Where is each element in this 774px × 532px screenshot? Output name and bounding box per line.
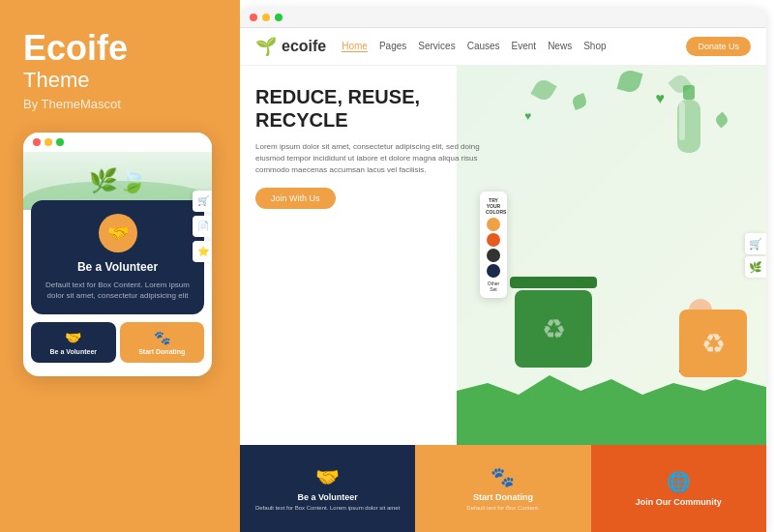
color-picker-title: TRY YOUR COLORS xyxy=(486,197,501,215)
svg-rect-2 xyxy=(679,102,685,140)
edge-leaf-icon[interactable]: 🌿 xyxy=(745,256,766,278)
browser-dot-green xyxy=(275,14,283,21)
nav-link-home[interactable]: Home xyxy=(342,41,368,52)
trash-bin: ♻ xyxy=(515,281,592,368)
dot-red xyxy=(33,138,41,146)
mobile-doc-icon: 📄 xyxy=(193,216,212,237)
dot-green xyxy=(56,138,64,146)
nav-link-event[interactable]: Event xyxy=(512,41,537,52)
bottom-donate-icon: 🐾 xyxy=(491,465,515,488)
hero-section: REDUCE, REUSE, RECYCLE Lorem ipsum dolor… xyxy=(240,66,766,445)
hero-title: REDUCE, REUSE, RECYCLE xyxy=(255,85,495,132)
browser-bar xyxy=(240,8,766,28)
mobile-sidebar-icons: 🛒 📄 ⭐ xyxy=(193,191,212,262)
color-option-red[interactable] xyxy=(487,233,500,247)
mobile-bottom-icon-2: 🐾 xyxy=(154,330,170,345)
nav-logo-icon: 🌱 xyxy=(255,36,277,57)
mobile-star-icon: ⭐ xyxy=(193,241,212,262)
dot-yellow xyxy=(45,138,52,146)
mobile-mockup: 🌿🍃 🤝 Be a Volunteer Default text for Box… xyxy=(23,133,212,376)
color-other-label: Other Set xyxy=(486,281,501,292)
bottom-volunteer-title: Be a Volunteer xyxy=(297,492,357,503)
recycle-symbol: ♻ xyxy=(542,313,566,345)
website-nav: 🌱 ecoife Home Pages Services Causes Even… xyxy=(240,28,766,66)
color-picker-widget: TRY YOUR COLORS Other Set xyxy=(480,192,507,298)
trash-lid xyxy=(510,277,597,288)
browser-dot-yellow xyxy=(262,14,270,21)
tote-recycle-icon: ♻ xyxy=(701,328,726,360)
bottom-volunteer-text: Default text for Box Content. Lorem ipsu… xyxy=(255,505,400,513)
right-edge-icons: 🛒 🌿 xyxy=(745,233,766,278)
mobile-bottom-cards: 🤝 Be a Volunteer 🐾 Start Donating xyxy=(23,318,212,370)
brand-name: Ecoife xyxy=(23,29,128,68)
nav-link-shop[interactable]: Shop xyxy=(583,41,606,52)
mobile-cart-icon: 🛒 xyxy=(193,191,212,212)
svg-rect-0 xyxy=(683,85,695,100)
mobile-bottom-icon-1: 🤝 xyxy=(65,330,81,345)
mobile-top-bar xyxy=(23,133,212,152)
nav-link-pages[interactable]: Pages xyxy=(379,41,406,52)
brand-subtitle: Theme xyxy=(23,68,89,93)
bottom-community-icon: 🌐 xyxy=(667,470,691,493)
nav-link-causes[interactable]: Causes xyxy=(467,41,500,52)
color-option-navy[interactable] xyxy=(487,264,500,278)
browser-dot-red xyxy=(250,14,257,21)
hero-text: Lorem ipsum dolor sit amet, consectetur … xyxy=(255,141,495,176)
mobile-volunteer-card: 🤝 Be a Volunteer Default text for Box Co… xyxy=(31,200,204,314)
bottom-card-volunteer: 🤝 Be a Volunteer Default text for Box Co… xyxy=(240,445,415,532)
bottom-cards: 🤝 Be a Volunteer Default text for Box Co… xyxy=(240,445,766,532)
bottle-icon xyxy=(670,85,708,163)
brand-by: By ThemeMascot xyxy=(23,97,121,111)
tote-bag: ♻ xyxy=(679,310,747,377)
mobile-card-text: Default text for Box Content. Lorem ipsu… xyxy=(43,280,193,301)
edge-cart-icon[interactable]: 🛒 xyxy=(745,233,766,254)
nav-links: Home Pages Services Causes Event News Sh… xyxy=(342,41,686,52)
heart-icon-2: ♥ xyxy=(524,109,531,123)
bottom-donate-title: Start Donating xyxy=(473,492,533,503)
donate-button[interactable]: Donate Us xyxy=(686,37,751,56)
bottom-card-community: 🌐 Join Our Community xyxy=(591,445,766,532)
bottom-community-title: Join Our Community xyxy=(636,497,722,508)
mobile-bottom-card-donate: 🐾 Start Donating xyxy=(120,322,205,363)
join-button[interactable]: Join With Us xyxy=(255,188,336,209)
mobile-card-title: Be a Volunteer xyxy=(43,260,193,274)
hero-content: REDUCE, REUSE, RECYCLE Lorem ipsum dolor… xyxy=(240,66,511,445)
bottom-card-donate: 🐾 Start Donating Default text for Box Co… xyxy=(415,445,590,532)
color-option-dark[interactable] xyxy=(487,249,500,262)
mobile-bottom-label-1: Be a Volunteer xyxy=(50,348,98,355)
nav-logo-text: ecoife xyxy=(282,38,326,55)
mobile-bottom-label-2: Start Donating xyxy=(138,348,185,355)
color-option-orange[interactable] xyxy=(487,218,500,231)
right-panel: 🌱 ecoife Home Pages Services Causes Even… xyxy=(240,8,766,532)
nav-link-news[interactable]: News xyxy=(548,41,572,52)
mobile-volunteer-icon: 🤝 xyxy=(99,214,137,252)
bottom-donate-text: Default text for Box Content. xyxy=(466,505,539,513)
mobile-bottom-card-volunteer: 🤝 Be a Volunteer xyxy=(31,322,116,363)
left-panel: Ecoife Theme By ThemeMascot 🌿🍃 🤝 Be a Vo… xyxy=(0,0,240,532)
trash-body: ♻ xyxy=(515,290,592,368)
bottom-volunteer-icon: 🤝 xyxy=(315,465,340,488)
nav-logo: 🌱 ecoife xyxy=(255,36,326,57)
heart-icon-1: ♥ xyxy=(656,90,666,107)
nav-link-services[interactable]: Services xyxy=(418,41,455,52)
